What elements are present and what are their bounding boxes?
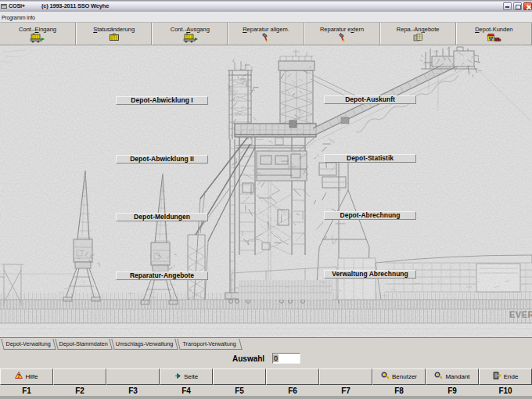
svg-text:?: ? (17, 373, 20, 379)
